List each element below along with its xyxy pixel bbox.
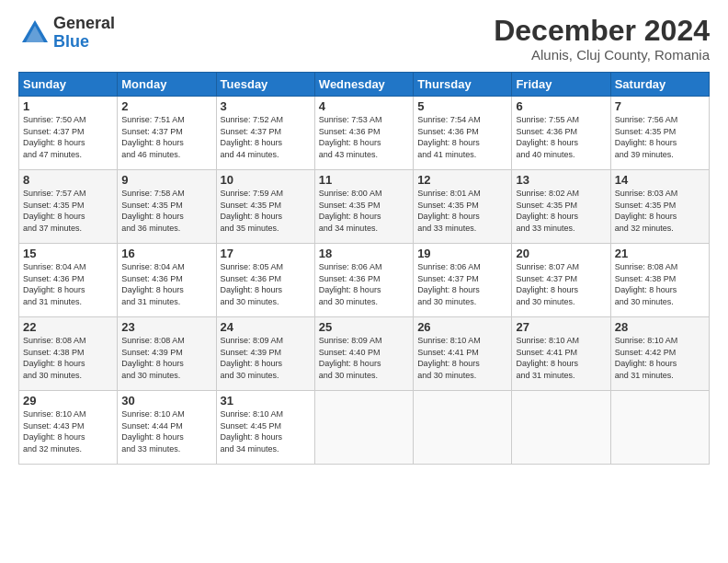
day-number: 2 <box>121 99 211 113</box>
day-info: Sunrise: 7:52 AMSunset: 4:37 PMDaylight:… <box>221 114 311 160</box>
day-number: 22 <box>23 320 113 334</box>
day-number: 16 <box>121 247 211 260</box>
day-number: 14 <box>615 173 705 187</box>
day-info: Sunrise: 8:10 AMSunset: 4:42 PMDaylight:… <box>615 335 705 381</box>
calendar-cell <box>512 391 610 465</box>
calendar-cell: 17Sunrise: 8:05 AMSunset: 4:36 PMDayligh… <box>216 244 314 317</box>
day-info: Sunrise: 7:53 AMSunset: 4:36 PMDaylight:… <box>319 114 409 160</box>
day-number: 5 <box>417 99 507 113</box>
day-info: Sunrise: 8:06 AMSunset: 4:37 PMDaylight:… <box>417 261 507 307</box>
logo-icon <box>18 17 51 50</box>
calendar-cell: 26Sunrise: 8:10 AMSunset: 4:41 PMDayligh… <box>414 317 512 391</box>
day-info: Sunrise: 8:09 AMSunset: 4:39 PMDaylight:… <box>221 335 311 381</box>
calendar-cell: 20Sunrise: 8:07 AMSunset: 4:37 PMDayligh… <box>512 244 610 317</box>
logo-general: General <box>53 15 115 33</box>
header: General Blue December 2024 Alunis, Cluj … <box>18 15 710 63</box>
day-info: Sunrise: 8:10 AMSunset: 4:45 PMDaylight:… <box>221 408 311 454</box>
day-info: Sunrise: 8:01 AMSunset: 4:35 PMDaylight:… <box>417 188 507 234</box>
day-info: Sunrise: 8:02 AMSunset: 4:35 PMDaylight:… <box>516 188 606 234</box>
day-info: Sunrise: 8:03 AMSunset: 4:35 PMDaylight:… <box>615 188 705 234</box>
location-title: Alunis, Cluj County, Romania <box>494 47 710 63</box>
calendar-cell: 13Sunrise: 8:02 AMSunset: 4:35 PMDayligh… <box>512 170 610 244</box>
day-info: Sunrise: 7:54 AMSunset: 4:36 PMDaylight:… <box>417 114 507 160</box>
day-number: 8 <box>23 173 113 187</box>
calendar-cell: 4Sunrise: 7:53 AMSunset: 4:36 PMDaylight… <box>314 97 413 170</box>
calendar-cell: 9Sunrise: 7:58 AMSunset: 4:35 PMDaylight… <box>118 170 216 244</box>
day-number: 26 <box>417 320 507 334</box>
day-number: 3 <box>221 99 311 113</box>
logo-text: General Blue <box>53 15 115 52</box>
month-title: December 2024 <box>494 15 710 47</box>
day-number: 28 <box>615 320 705 334</box>
day-number: 4 <box>319 99 409 113</box>
calendar-header-wednesday: Wednesday <box>314 73 413 97</box>
day-number: 19 <box>417 247 507 260</box>
title-block: December 2024 Alunis, Cluj County, Roman… <box>494 15 710 63</box>
calendar-cell: 2Sunrise: 7:51 AMSunset: 4:37 PMDaylight… <box>118 97 216 170</box>
calendar-table: SundayMondayTuesdayWednesdayThursdayFrid… <box>18 72 710 465</box>
calendar-cell: 23Sunrise: 8:08 AMSunset: 4:39 PMDayligh… <box>118 317 216 391</box>
calendar-header-monday: Monday <box>118 73 216 97</box>
day-number: 24 <box>221 320 311 334</box>
day-info: Sunrise: 7:50 AMSunset: 4:37 PMDaylight:… <box>23 114 113 160</box>
logo-blue: Blue <box>53 33 115 52</box>
day-number: 15 <box>23 247 113 260</box>
calendar-cell: 11Sunrise: 8:00 AMSunset: 4:35 PMDayligh… <box>314 170 413 244</box>
day-number: 27 <box>516 320 606 334</box>
calendar-cell <box>314 391 413 465</box>
day-info: Sunrise: 8:08 AMSunset: 4:39 PMDaylight:… <box>121 335 211 381</box>
calendar-cell: 15Sunrise: 8:04 AMSunset: 4:36 PMDayligh… <box>19 244 118 317</box>
day-number: 1 <box>23 99 113 113</box>
calendar-week-row: 8Sunrise: 7:57 AMSunset: 4:35 PMDaylight… <box>19 170 710 244</box>
day-info: Sunrise: 8:05 AMSunset: 4:36 PMDaylight:… <box>221 261 311 307</box>
calendar-cell: 25Sunrise: 8:09 AMSunset: 4:40 PMDayligh… <box>314 317 413 391</box>
calendar-cell: 22Sunrise: 8:08 AMSunset: 4:38 PMDayligh… <box>19 317 118 391</box>
calendar-header-friday: Friday <box>512 73 610 97</box>
calendar-cell: 8Sunrise: 7:57 AMSunset: 4:35 PMDaylight… <box>19 170 118 244</box>
day-info: Sunrise: 8:10 AMSunset: 4:41 PMDaylight:… <box>417 335 507 381</box>
calendar-header-thursday: Thursday <box>414 73 512 97</box>
day-info: Sunrise: 8:06 AMSunset: 4:36 PMDaylight:… <box>319 261 409 307</box>
day-info: Sunrise: 8:00 AMSunset: 4:35 PMDaylight:… <box>319 188 409 234</box>
calendar-cell: 29Sunrise: 8:10 AMSunset: 4:43 PMDayligh… <box>19 391 118 465</box>
calendar-cell: 31Sunrise: 8:10 AMSunset: 4:45 PMDayligh… <box>216 391 314 465</box>
day-number: 20 <box>516 247 606 260</box>
calendar-cell: 24Sunrise: 8:09 AMSunset: 4:39 PMDayligh… <box>216 317 314 391</box>
day-number: 29 <box>23 394 113 408</box>
day-info: Sunrise: 7:58 AMSunset: 4:35 PMDaylight:… <box>121 188 211 234</box>
calendar-cell <box>610 391 709 465</box>
day-number: 21 <box>615 247 705 260</box>
calendar-cell: 30Sunrise: 8:10 AMSunset: 4:44 PMDayligh… <box>118 391 216 465</box>
day-info: Sunrise: 7:55 AMSunset: 4:36 PMDaylight:… <box>516 114 606 160</box>
day-info: Sunrise: 7:57 AMSunset: 4:35 PMDaylight:… <box>23 188 113 234</box>
day-number: 23 <box>121 320 211 334</box>
calendar-header-tuesday: Tuesday <box>216 73 314 97</box>
day-number: 17 <box>221 247 311 260</box>
calendar-cell: 21Sunrise: 8:08 AMSunset: 4:38 PMDayligh… <box>610 244 709 317</box>
calendar-cell: 28Sunrise: 8:10 AMSunset: 4:42 PMDayligh… <box>610 317 709 391</box>
day-info: Sunrise: 8:10 AMSunset: 4:44 PMDaylight:… <box>121 408 211 454</box>
day-number: 30 <box>121 394 211 408</box>
calendar-week-row: 1Sunrise: 7:50 AMSunset: 4:37 PMDaylight… <box>19 97 710 170</box>
day-info: Sunrise: 8:07 AMSunset: 4:37 PMDaylight:… <box>516 261 606 307</box>
page: General Blue December 2024 Alunis, Cluj … <box>0 0 728 563</box>
calendar-cell: 3Sunrise: 7:52 AMSunset: 4:37 PMDaylight… <box>216 97 314 170</box>
day-number: 25 <box>319 320 409 334</box>
day-number: 12 <box>417 173 507 187</box>
calendar-cell: 27Sunrise: 8:10 AMSunset: 4:41 PMDayligh… <box>512 317 610 391</box>
calendar-cell: 6Sunrise: 7:55 AMSunset: 4:36 PMDaylight… <box>512 97 610 170</box>
calendar-cell: 5Sunrise: 7:54 AMSunset: 4:36 PMDaylight… <box>414 97 512 170</box>
day-info: Sunrise: 8:09 AMSunset: 4:40 PMDaylight:… <box>319 335 409 381</box>
calendar-week-row: 29Sunrise: 8:10 AMSunset: 4:43 PMDayligh… <box>19 391 710 465</box>
day-info: Sunrise: 8:08 AMSunset: 4:38 PMDaylight:… <box>615 261 705 307</box>
day-number: 13 <box>516 173 606 187</box>
calendar-cell: 19Sunrise: 8:06 AMSunset: 4:37 PMDayligh… <box>414 244 512 317</box>
calendar-cell <box>414 391 512 465</box>
day-info: Sunrise: 7:59 AMSunset: 4:35 PMDaylight:… <box>221 188 311 234</box>
calendar-cell: 18Sunrise: 8:06 AMSunset: 4:36 PMDayligh… <box>314 244 413 317</box>
calendar-cell: 1Sunrise: 7:50 AMSunset: 4:37 PMDaylight… <box>19 97 118 170</box>
day-number: 18 <box>319 247 409 260</box>
day-number: 7 <box>615 99 705 113</box>
day-info: Sunrise: 7:56 AMSunset: 4:35 PMDaylight:… <box>615 114 705 160</box>
calendar-header-sunday: Sunday <box>19 73 118 97</box>
